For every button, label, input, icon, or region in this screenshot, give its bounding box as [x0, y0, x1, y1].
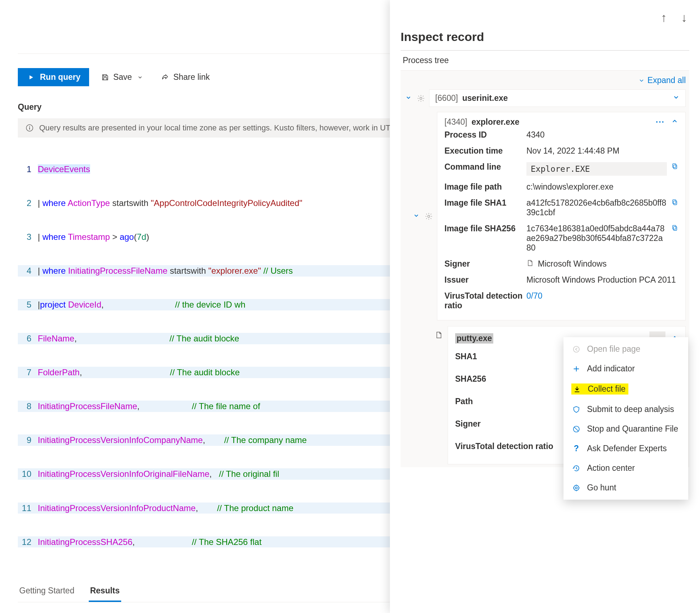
process-tree-header[interactable]: Process tree [401, 51, 689, 71]
menu-label: Open file page [587, 344, 640, 354]
share-icon [160, 73, 170, 82]
menu-deep-analysis[interactable]: Submit to deep analysis [563, 400, 688, 419]
tab-getting-started[interactable]: Getting Started [18, 581, 76, 602]
copy-icon[interactable] [671, 198, 678, 208]
history-icon [571, 464, 581, 472]
kv-value: Nov 14, 2022 1:44:48 PM [526, 146, 678, 156]
play-icon [26, 73, 36, 82]
svg-rect-11 [674, 165, 677, 169]
svg-point-23 [574, 485, 579, 490]
menu-open-file-page: Open file page [563, 339, 688, 359]
svg-point-24 [575, 487, 577, 489]
page-icon [526, 259, 534, 269]
run-query-button[interactable]: Run query [18, 68, 89, 86]
svg-rect-13 [674, 201, 677, 205]
menu-label: Collect file [587, 384, 626, 394]
kv-key: Signer [444, 259, 526, 269]
download-icon [572, 385, 582, 393]
expand-all-button[interactable]: Expand all [638, 76, 686, 85]
menu-label: Submit to deep analysis [587, 405, 674, 414]
menu-ask-experts[interactable]: ? Ask Defender Experts [563, 439, 688, 458]
kv-key: Signer [455, 419, 537, 429]
file-icon [435, 331, 443, 341]
chevron-down-icon [135, 73, 145, 82]
tree-node-userinit[interactable]: [6600] userinit.exe [429, 89, 686, 107]
command-line-value: Explorer.EXE [526, 162, 667, 176]
caret-icon[interactable] [404, 94, 413, 103]
svg-rect-12 [673, 164, 676, 168]
kv-key: Image file path [444, 182, 526, 192]
menu-stop-quarantine[interactable]: Stop and Quarantine File [563, 419, 688, 439]
copy-icon[interactable] [671, 162, 678, 172]
more-actions-button[interactable]: ··· [656, 117, 665, 127]
menu-add-indicator[interactable]: Add indicator [563, 359, 688, 378]
svg-point-21 [573, 346, 580, 352]
menu-collect-file[interactable]: Collect file [563, 378, 688, 400]
kv-key: Path [455, 397, 537, 406]
menu-label: Stop and Quarantine File [587, 424, 678, 434]
copy-icon[interactable] [671, 224, 678, 233]
node-pid: [6600] [435, 93, 458, 103]
info-icon [25, 123, 34, 133]
menu-action-center[interactable]: Action center [563, 458, 688, 478]
tree-node-explorer: [4340] explorer.exe ··· Process ID4340 E… [437, 112, 686, 320]
kv-value: c:\windows\explorer.exe [526, 182, 678, 192]
block-icon [571, 425, 581, 433]
kv-key: Image file SHA256 [444, 224, 526, 253]
menu-label: Action center [587, 463, 635, 473]
process-tree: Expand all [6600] userinit.exe [401, 71, 689, 467]
svg-point-9 [420, 97, 422, 99]
node-name: explorer.exe [472, 117, 519, 127]
kv-value: Explorer.EXE [526, 162, 678, 176]
kv-key: Image file SHA1 [444, 198, 526, 217]
collapse-icon[interactable] [671, 117, 678, 127]
menu-label: Go hunt [587, 483, 616, 493]
kv-value: Microsoft Windows Production PCA 2011 [526, 275, 678, 285]
kv-key: Process ID [444, 130, 526, 140]
prev-record-button[interactable]: ↑ [661, 11, 667, 25]
share-link-label: Share link [173, 72, 210, 82]
shield-icon [571, 406, 581, 413]
kv-key: VirusTotal detection ratio [444, 291, 526, 310]
kv-key: VirusTotal detection ratio [455, 442, 553, 451]
menu-label: Add indicator [587, 364, 635, 374]
inspect-record-flyout: ↑ ↓ Inspect record Process tree Expand a… [390, 0, 700, 613]
next-record-button[interactable]: ↓ [681, 11, 687, 25]
kv-value: Microsoft Windows [526, 259, 678, 269]
tab-results[interactable]: Results [89, 581, 121, 602]
node-name: userinit.exe [462, 93, 508, 103]
question-icon: ? [571, 444, 581, 453]
kv-key: Command line [444, 162, 526, 176]
chevron-down-icon[interactable] [673, 93, 680, 103]
svg-rect-16 [673, 225, 676, 229]
save-button[interactable]: Save [96, 69, 149, 85]
target-icon [571, 484, 581, 492]
svg-rect-14 [673, 200, 676, 204]
plus-icon [571, 365, 581, 373]
share-link-button[interactable]: Share link [156, 69, 214, 85]
kv-key: SHA256 [455, 374, 537, 384]
svg-rect-15 [674, 227, 677, 231]
flyout-title: Inspect record [401, 30, 689, 51]
menu-go-hunt[interactable]: Go hunt [563, 478, 688, 498]
kv-value-link[interactable]: 0/70 [526, 291, 678, 310]
svg-rect-2 [29, 127, 30, 129]
save-label: Save [113, 72, 132, 82]
file-context-menu: Open file page Add indicator Collect fil… [563, 337, 688, 500]
svg-point-1 [29, 126, 30, 127]
file-name: putty.exe [455, 333, 493, 344]
kv-key: Execution time [444, 146, 526, 156]
run-query-label: Run query [40, 72, 81, 82]
svg-point-10 [428, 215, 430, 217]
kv-value: 4340 [526, 130, 678, 140]
expand-all-label: Expand all [648, 76, 686, 85]
save-icon [101, 73, 110, 82]
gear-icon [416, 94, 426, 103]
caret-icon[interactable] [412, 212, 421, 221]
open-icon [571, 345, 581, 353]
tree-node-putty: putty.exe ··· SHA1 SHA256 Patha Signer [448, 326, 686, 464]
gear-icon [424, 212, 433, 221]
kv-key: SHA1 [455, 352, 537, 361]
menu-label: Ask Defender Experts [587, 444, 667, 453]
kv-key: Issuer [444, 275, 526, 285]
